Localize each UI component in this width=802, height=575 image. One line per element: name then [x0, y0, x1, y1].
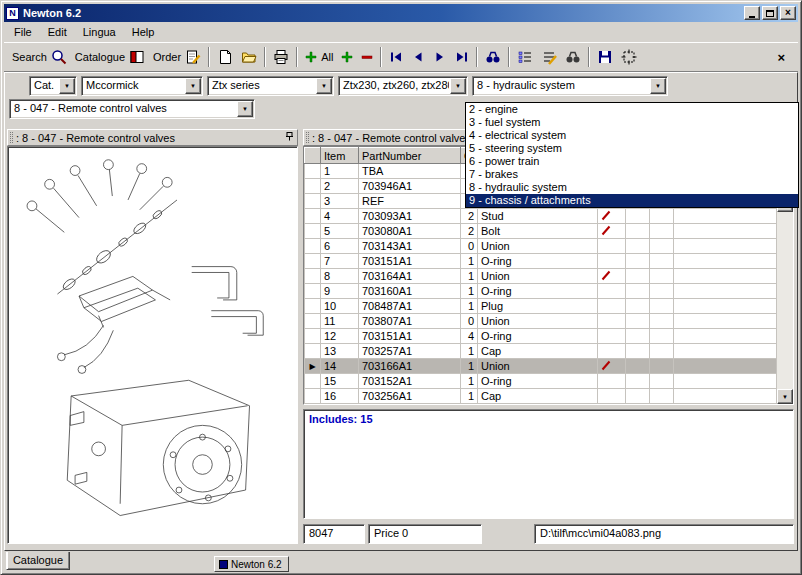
qty-cell[interactable]: 1	[461, 269, 478, 284]
chevron-down-icon[interactable]: ▼	[316, 78, 332, 94]
edit-mark-cell[interactable]	[598, 269, 626, 284]
qty-cell[interactable]: 1	[461, 374, 478, 389]
edit-mark-cell[interactable]	[598, 374, 626, 389]
grid-cell[interactable]	[650, 224, 674, 239]
row-marker-cell[interactable]	[305, 344, 321, 359]
item-cell[interactable]: 7	[321, 254, 359, 269]
qty-cell[interactable]: 1	[461, 284, 478, 299]
grid-cell[interactable]	[674, 239, 777, 254]
grid-cell[interactable]	[650, 389, 674, 404]
partnumber-cell[interactable]: 703807A1	[359, 314, 461, 329]
description-cell[interactable]: Stud	[478, 209, 598, 224]
column-header[interactable]	[305, 148, 321, 164]
dropdown-option[interactable]: 5 - steering system	[466, 142, 798, 155]
edit-mark-cell[interactable]	[598, 224, 626, 239]
brand-combo[interactable]: Mccormick ▼	[81, 76, 203, 96]
grid-cell[interactable]	[650, 299, 674, 314]
qty-cell[interactable]: 1	[461, 359, 478, 374]
tree-list-button[interactable]	[513, 45, 537, 69]
part-row[interactable]: 10708487A11Plug	[305, 299, 777, 314]
partnumber-cell[interactable]: TBA	[359, 164, 461, 179]
partnumber-cell[interactable]: 703946A1	[359, 179, 461, 194]
row-marker-cell[interactable]	[305, 224, 321, 239]
qty-cell[interactable]: 1	[461, 254, 478, 269]
menu-item-file[interactable]: File	[6, 24, 40, 40]
item-cell[interactable]: 16	[321, 389, 359, 404]
grid-cell[interactable]	[674, 269, 777, 284]
menu-item-help[interactable]: Help	[124, 24, 163, 40]
item-cell[interactable]: 11	[321, 314, 359, 329]
part-row[interactable]: 5703080A12Bolt	[305, 224, 777, 239]
grid-cell[interactable]	[626, 314, 650, 329]
grid-cell[interactable]	[626, 209, 650, 224]
qty-cell[interactable]: 0	[461, 314, 478, 329]
part-row[interactable]: ▶14703166A11Union	[305, 359, 777, 374]
grid-cell[interactable]	[674, 359, 777, 374]
edit-mark-cell[interactable]	[598, 254, 626, 269]
edit-mark-cell[interactable]	[598, 284, 626, 299]
partnumber-cell[interactable]: 703166A1	[359, 359, 461, 374]
partnumber-cell[interactable]: 703151A1	[359, 329, 461, 344]
part-row[interactable]: 6703143A10Union	[305, 239, 777, 254]
item-cell[interactable]: 15	[321, 374, 359, 389]
grid-cell[interactable]	[674, 254, 777, 269]
item-cell[interactable]: 6	[321, 239, 359, 254]
menu-item-edit[interactable]: Edit	[40, 24, 75, 40]
qty-cell[interactable]: 2	[461, 224, 478, 239]
dropdown-option[interactable]: 6 - power train	[466, 155, 798, 168]
system-combo[interactable]: 8 - hydraulic system ▼	[472, 76, 668, 96]
item-cell[interactable]: 3	[321, 194, 359, 209]
grid-cell[interactable]	[674, 314, 777, 329]
partnumber-cell[interactable]: 703080A1	[359, 224, 461, 239]
row-marker-cell[interactable]	[305, 239, 321, 254]
column-header[interactable]: PartNumber	[359, 148, 461, 164]
diagram-viewport[interactable]	[7, 146, 298, 544]
nav-prev-button[interactable]	[407, 45, 429, 69]
item-cell[interactable]: 5	[321, 224, 359, 239]
partnumber-cell[interactable]: 703164A1	[359, 269, 461, 284]
partnumber-cell[interactable]: 703151A1	[359, 254, 461, 269]
grid-cell[interactable]	[650, 239, 674, 254]
drag-grip-icon[interactable]	[306, 132, 309, 143]
nav-first-button[interactable]	[385, 45, 407, 69]
grid-cell[interactable]	[650, 314, 674, 329]
row-marker-cell[interactable]	[305, 374, 321, 389]
edit-mark-cell[interactable]	[598, 209, 626, 224]
description-cell[interactable]: O-ring	[478, 329, 598, 344]
partnumber-cell[interactable]: 703152A1	[359, 374, 461, 389]
grid-cell[interactable]	[674, 224, 777, 239]
dropdown-option[interactable]: 7 - brakes	[466, 168, 798, 181]
grid-cell[interactable]	[626, 254, 650, 269]
grid-cell[interactable]	[626, 269, 650, 284]
description-cell[interactable]: Union	[478, 239, 598, 254]
grid-cell[interactable]	[626, 284, 650, 299]
grid-cell[interactable]	[626, 344, 650, 359]
qty-cell[interactable]: 2	[461, 209, 478, 224]
tree-edit-button[interactable]	[537, 45, 561, 69]
row-marker-cell[interactable]	[305, 194, 321, 209]
dropdown-option[interactable]: 2 - engine	[466, 103, 798, 116]
add-all-button[interactable]: All	[301, 45, 337, 69]
maximize-button[interactable]	[762, 6, 778, 20]
chevron-down-icon[interactable]: ▼	[59, 78, 75, 94]
system-dropdown-list[interactable]: 2 - engine3 - fuel system4 - electrical …	[465, 102, 799, 208]
category-combo[interactable]: Cat. ▼	[29, 76, 77, 96]
row-marker-cell[interactable]: ▶	[305, 359, 321, 374]
edit-mark-cell[interactable]	[598, 299, 626, 314]
description-cell[interactable]: Union	[478, 269, 598, 284]
chevron-down-icon[interactable]: ▼	[185, 78, 201, 94]
qty-cell[interactable]: 4	[461, 329, 478, 344]
edit-mark-cell[interactable]	[598, 329, 626, 344]
grid-cell[interactable]	[626, 374, 650, 389]
close-button[interactable]: ×	[780, 6, 796, 20]
pin-icon[interactable]	[284, 131, 295, 144]
row-marker-cell[interactable]	[305, 179, 321, 194]
part-row[interactable]: 13703257A11Cap	[305, 344, 777, 359]
qty-cell[interactable]: 1	[461, 344, 478, 359]
chevron-down-icon[interactable]: ▼	[237, 101, 253, 117]
grid-cell[interactable]	[674, 329, 777, 344]
part-row[interactable]: 12703151A14O-ring	[305, 329, 777, 344]
row-marker-cell[interactable]	[305, 254, 321, 269]
minimize-button[interactable]	[744, 6, 760, 20]
grid-cell[interactable]	[650, 284, 674, 299]
